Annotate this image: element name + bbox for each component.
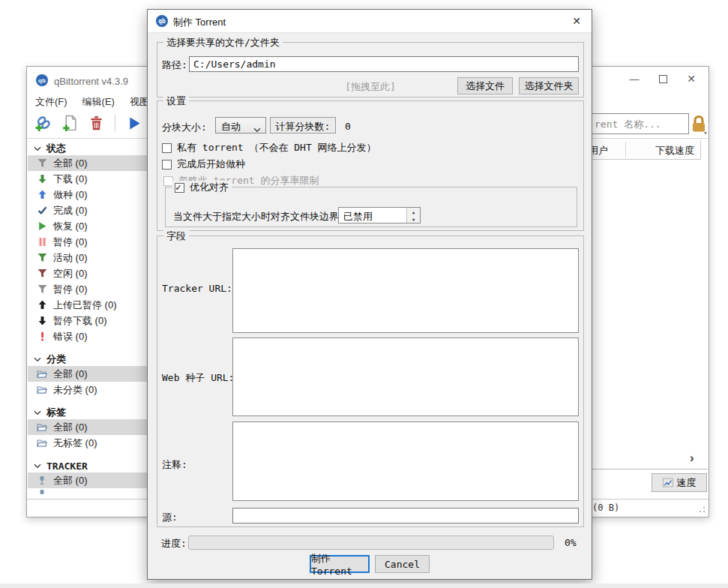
funnel-gray-icon: [37, 284, 47, 295]
menu-item-1[interactable]: 编辑(E): [80, 94, 117, 110]
file-select-group-legend: 选择要共享的文件/文件夹: [163, 36, 283, 50]
chevron-down-icon: [253, 124, 261, 135]
add-torrent-link-icon[interactable]: [34, 114, 52, 132]
bottom-strip: [0, 584, 728, 588]
sidebar-item[interactable]: 暂停下载 (0): [28, 313, 148, 328]
chevron-down-icon: [34, 143, 41, 154]
menu-bar: 文件(F)编辑(E)视图(V): [33, 94, 164, 110]
sidebar-item[interactable]: 恢复 (0): [28, 218, 148, 234]
make-torrent-button[interactable]: 制作 Torrent: [310, 555, 370, 573]
start-seeding-checkbox[interactable]: 完成后开始做种: [162, 158, 245, 171]
close-icon[interactable]: ✕: [677, 70, 706, 88]
cancel-button[interactable]: Cancel: [375, 555, 430, 573]
settings-group: 设置 分块大小: 自动 计算分块数: 0 私有 torrent （不会在 DHT…: [157, 100, 584, 231]
sidebar-item[interactable]: [28, 488, 148, 494]
calc-pieces-button[interactable]: 计算分块数:: [270, 117, 336, 134]
sidebar-item[interactable]: 下载 (0): [28, 171, 148, 187]
dialog-titlebar[interactable]: qb 制作 Torrent ✕: [148, 10, 592, 33]
webseed-url-label: Web 种子 URL:: [162, 371, 234, 385]
sidebar-item[interactable]: 未分类 (0): [28, 382, 148, 398]
window-controls: —✕: [620, 70, 706, 88]
check-icon: [37, 206, 47, 216]
path-label: 路径:: [162, 58, 187, 72]
sidebar-section-header-0[interactable]: 状态: [28, 141, 154, 156]
sidebar-item[interactable]: 暂停 (0): [28, 281, 148, 297]
webseed-url-textarea[interactable]: [232, 338, 579, 416]
tracker-url-textarea[interactable]: [232, 248, 579, 333]
tracker-url-label: Tracker URL:: [162, 283, 232, 294]
error-icon: [37, 332, 47, 342]
maximize-icon[interactable]: [649, 70, 677, 88]
piece-size-select[interactable]: 自动: [215, 117, 266, 134]
chevron-down-icon: [34, 407, 41, 418]
lock-icon[interactable]: [690, 114, 708, 136]
make-torrent-label: 制作 Torrent: [311, 552, 368, 577]
sidebar-item[interactable]: 上传已暂停 (0): [28, 297, 148, 313]
align-threshold-spinner[interactable]: 已禁用 ▲ ▼: [338, 207, 421, 224]
dialog-logo-icon: qb: [156, 15, 168, 27]
checkbox-box: [175, 183, 184, 193]
spinner-up-icon[interactable]: ▲: [407, 208, 420, 215]
window-title: qBittorrent v4.3.9: [54, 76, 128, 87]
funnel-green-icon: [37, 253, 47, 263]
resize-grip[interactable]: [698, 506, 706, 514]
column-divider: [625, 142, 626, 158]
sidebar-item[interactable]: 全部 (0): [28, 472, 148, 488]
sidebar-item[interactable]: 全部 (0): [28, 419, 148, 435]
add-torrent-file-icon[interactable]: [61, 114, 79, 132]
spinner-down-icon[interactable]: ▼: [407, 215, 420, 223]
sidebar-item[interactable]: 无标签 (0): [28, 435, 148, 451]
sidebar-item[interactable]: 全部 (0): [28, 155, 148, 171]
progress-percent: 0%: [565, 537, 577, 548]
create-torrent-dialog: qb 制作 Torrent ✕ 选择要共享的文件/文件夹 路径: C:/User…: [147, 9, 592, 580]
funnel-maroon-icon: [37, 268, 47, 279]
toolbar-separator: [115, 115, 115, 131]
private-torrent-checkbox[interactable]: 私有 torrent （不会在 DHT 网络上分发）: [162, 141, 376, 154]
sidebar-item[interactable]: 错误 (0): [28, 328, 148, 344]
dialog-close-icon[interactable]: ✕: [568, 14, 586, 28]
search-input[interactable]: rent 名称...: [585, 113, 689, 134]
sidebar-section-header-2[interactable]: 标签: [28, 405, 154, 420]
align-threshold-label: 当文件大于指定大小时对齐文件块边界:: [173, 210, 345, 224]
sidebar-section-header-3[interactable]: TRACKER: [28, 458, 154, 473]
sidebar-item[interactable]: 完成 (0): [28, 202, 148, 218]
calc-pieces-value: 0: [345, 121, 351, 132]
speed-chart-icon: [663, 478, 673, 488]
screen: qb qBittorrent v4.3.9 —✕ 文件(F)编辑(E)视图(V)…: [0, 0, 728, 588]
select-file-label: 选择文件: [466, 80, 505, 93]
folder-icon: [37, 422, 47, 433]
optimize-align-checkbox[interactable]: 优化对齐: [172, 181, 232, 194]
arrow-down-green-icon: [37, 174, 47, 184]
sidebar-item[interactable]: 暂停 (0): [28, 234, 148, 250]
sidebar-section-header-1[interactable]: 分类: [28, 352, 154, 367]
minimize-icon[interactable]: —: [620, 70, 649, 88]
scroll-right-arrow[interactable]: ›: [690, 451, 694, 466]
sidebar-item[interactable]: 活动 (0): [28, 250, 148, 266]
comment-label: 注释:: [162, 458, 187, 472]
menu-item-0[interactable]: 文件(F): [33, 94, 70, 110]
source-input[interactable]: [232, 508, 579, 524]
folder-icon: [37, 369, 47, 380]
speed-button[interactable]: 速度: [652, 473, 707, 492]
app-logo-icon: qb: [36, 74, 48, 86]
path-input[interactable]: C:/Users/admin: [189, 56, 579, 72]
select-file-button[interactable]: 选择文件: [457, 77, 513, 94]
source-label: 源:: [162, 511, 178, 524]
sidebar-item[interactable]: 做种 (0): [28, 187, 148, 202]
fields-group: 字段 Tracker URL: Web 种子 URL: 注释: 源:: [157, 236, 584, 527]
progress-label: 进度:: [161, 537, 187, 550]
folder-icon: [37, 385, 47, 395]
sidebar-item[interactable]: 空闲 (0): [28, 266, 148, 281]
column-header-1[interactable]: 下载速度: [642, 144, 694, 158]
resume-icon[interactable]: [125, 114, 143, 132]
comment-textarea[interactable]: [232, 422, 579, 501]
arrow-down-black-icon: [37, 316, 47, 326]
sidebar-item[interactable]: 全部 (0): [28, 366, 148, 382]
chevron-down-icon: [34, 460, 41, 471]
folder-icon: [37, 438, 47, 448]
dialog-title: 制作 Torrent: [173, 16, 226, 29]
select-folder-button[interactable]: 选择文件夹: [519, 77, 579, 94]
progress-bar: [188, 536, 554, 550]
delete-icon[interactable]: [87, 114, 105, 132]
optimize-align-label: 优化对齐: [190, 181, 229, 194]
